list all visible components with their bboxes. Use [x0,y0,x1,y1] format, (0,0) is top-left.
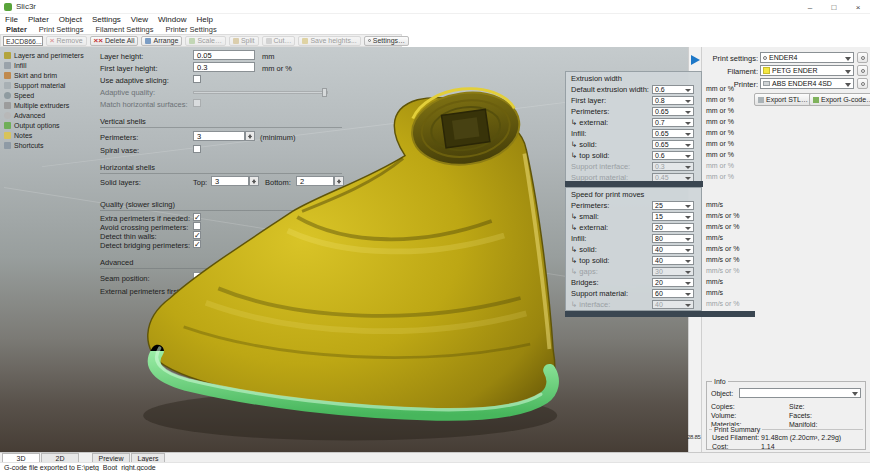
support-material-speed-combo[interactable]: 60 [652,289,694,298]
infill-extrusion-combo[interactable]: 0.65 [652,129,694,138]
settings-button[interactable]: Settings… [364,36,409,46]
support-interface-extrusion-combo[interactable]: 0.3 [652,162,694,171]
export-gcode-button[interactable]: Export G-code… [809,93,870,106]
print-settings-combo[interactable]: ENDER4 [760,52,854,63]
save-heights-icon [302,38,308,44]
sidebar-item-skirt[interactable]: Skirt and brim [4,71,88,80]
infill-speed-combo[interactable]: 80 [652,234,694,243]
manifold-label: Manifold: [789,421,817,428]
top-solid-speed-combo[interactable]: 40 [652,256,694,265]
sidebar-item-shortcuts[interactable]: Shortcuts [4,141,88,150]
print-settings-icon [763,56,767,60]
bridges-speed-combo[interactable]: 20 [652,278,694,287]
menu-help[interactable]: Help [191,15,217,24]
extrusion-panel-title: Extrusion width [571,74,622,83]
cut-button[interactable]: Cut… [262,36,296,46]
panel-separator [565,311,755,317]
delete-all-icon: ×× [94,38,103,44]
external-perimeters-speed-combo[interactable]: 20 [652,223,694,232]
used-filament-value: 91.48cm (2.20cm³, 2.29g) [761,434,841,441]
app-logo-icon [4,3,12,11]
menu-view[interactable]: View [126,15,153,24]
sidebar-item-extruders[interactable]: Multiple extruders [4,101,88,110]
export-stl-button[interactable]: Export STL… [754,93,812,106]
arrange-button[interactable]: Arrange [141,36,182,46]
tab-filament-settings[interactable]: Filament Settings [89,25,159,34]
sidebar-item-speed[interactable]: Speed [4,91,88,100]
remove-button[interactable]: ×Remove [46,36,87,46]
tab-plater[interactable]: Plater [0,25,33,34]
menu-object[interactable]: Object [54,15,87,24]
used-filament-label: Used Filament: [712,434,759,441]
print-summary-title: Print Summary [712,426,762,433]
speed-row: Perimeters:25mm/s [566,201,703,211]
solid-infill-speed-combo[interactable]: 40 [652,245,694,254]
facets-label: Facets: [789,412,812,419]
cost-label: Cost: [712,443,728,450]
solid-extrusion-combo[interactable]: 0.65 [652,140,694,149]
extrusion-row: First layer:0.8mm or % [566,96,703,106]
menu-bar: File Plater Object Settings View Window … [0,14,870,25]
skirt-icon [4,72,11,79]
copies-label: Copies: [711,403,735,410]
sidebar-item-output[interactable]: Output options [4,121,88,130]
maximize-button[interactable]: □ [822,0,846,14]
tab-print-settings[interactable]: Print Settings [33,25,90,34]
gaps-speed-combo[interactable]: 30 [652,267,694,276]
scale-button[interactable]: Scale… [185,36,226,46]
sidebar-item-infill[interactable]: Infill [4,61,88,70]
view-tab-bar: 3D 2D Preview Layers [0,452,870,462]
top-solid-extrusion-combo[interactable]: 0.6 [652,151,694,160]
print-settings-label: Print settings: [702,54,758,63]
filament-gear-button[interactable] [857,65,868,76]
split-button[interactable]: Split [229,36,259,46]
speed-row: ↳ external:20mm/s or % [566,223,703,233]
speed-row: Infill:80mm/s [566,234,703,244]
extrusion-width-panel: Extrusion width Default extrusion width:… [565,71,702,186]
menu-window[interactable]: Window [153,15,191,24]
scale-icon [189,38,195,44]
layer-height-unit: mm [262,52,275,61]
save-heights-button[interactable]: Save heights... [298,36,360,46]
layer-height-input[interactable]: 0.05 [193,50,255,60]
cost-value: 1.14 [761,443,775,450]
default-extrusion-width-combo[interactable]: 0.6 [652,85,694,94]
support-interface-speed-combo[interactable]: 40 [652,300,694,309]
printer-gear-button[interactable] [857,78,868,89]
infill-icon [4,62,11,69]
minimize-button[interactable]: – [798,0,822,14]
perimeters-extrusion-combo[interactable]: 0.65 [652,107,694,116]
speed-panel-title: Speed for print moves [571,190,644,199]
volume-label: Volume: [711,412,736,419]
menu-file[interactable]: File [0,15,23,24]
external-extrusion-combo[interactable]: 0.7 [652,118,694,127]
sidebar-item-advanced[interactable]: Advanced [4,111,88,120]
object-combo[interactable] [739,388,861,398]
print-settings-gear-button[interactable] [857,52,868,63]
menu-plater[interactable]: Plater [23,15,54,24]
object-name-combo[interactable]: EJCD866... [3,36,43,46]
tab-printer-settings[interactable]: Printer Settings [159,25,222,34]
speed-row: ↳ solid:40mm/s or % [566,245,703,255]
object-label: Object: [711,390,733,397]
close-button[interactable]: × [846,0,870,14]
delete-all-button[interactable]: ××Delete All [90,36,139,46]
sidebar-item-layers[interactable]: Layers and perimeters [4,51,88,60]
sidebar-item-support[interactable]: Support material [4,81,88,90]
small-perimeters-speed-combo[interactable]: 15 [652,212,694,221]
model-boot [95,67,615,452]
perimeters-speed-combo[interactable]: 25 [652,201,694,210]
status-message: G-code file exported to E:\petg_Boot_rig… [4,464,156,471]
speed-row: ↳ small:15mm/s or % [566,212,703,222]
first-layer-extrusion-combo[interactable]: 0.8 [652,96,694,105]
menu-settings[interactable]: Settings [87,15,126,24]
sidebar-item-notes[interactable]: Notes [4,131,88,140]
gear-icon [861,82,865,86]
speed-panel: Speed for print moves Perimeters:25mm/s … [565,187,702,311]
status-bar: G-code file exported to E:\petg_Boot_rig… [0,462,870,471]
printer-combo[interactable]: ABS ENDER4 4SD [760,78,854,89]
layer-slider-handle-icon[interactable] [691,55,700,65]
extrusion-row: ↳ external:0.7mm or % [566,118,703,128]
filament-combo[interactable]: PETG ENDER [760,65,854,76]
print-summary-box: Print Summary Used Filament: 91.48cm (2.… [709,429,863,449]
